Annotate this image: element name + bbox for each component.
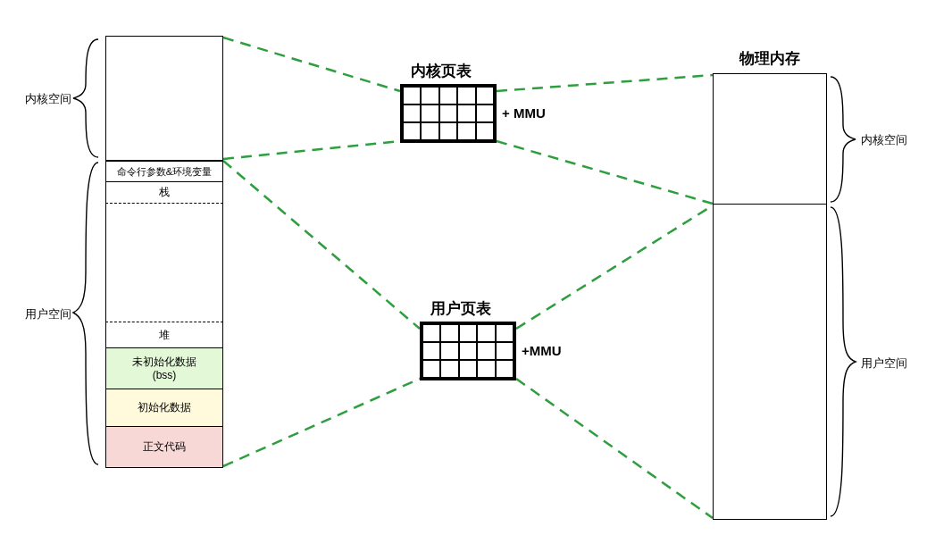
line-pt-to-phys-kernel-bot xyxy=(497,141,713,204)
label-mmu2: +MMU xyxy=(522,343,562,358)
vm-kernel-box xyxy=(105,36,223,161)
seg-data: 初始化数据 xyxy=(105,389,223,427)
brace-right-kernel xyxy=(831,77,856,202)
label-right-user: 用户空间 xyxy=(861,355,907,372)
line-user-bot-to-pt xyxy=(223,379,420,466)
seg-argv-env: 命令行参数&环境变量 xyxy=(105,161,223,182)
seg-gap xyxy=(105,204,223,322)
phys-box xyxy=(713,73,827,520)
seg-stack: 栈 xyxy=(105,182,223,204)
label-left-user: 用户空间 xyxy=(25,306,71,322)
line-pt-to-phys-user-bot xyxy=(516,379,713,518)
label-left-kernel: 内核空间 xyxy=(25,91,71,107)
seg-bss: 未初始化数据 (bss) xyxy=(105,348,223,389)
label-right-kernel: 内核空间 xyxy=(861,132,907,148)
line-kernel-bot-to-pt xyxy=(223,141,400,159)
brace-left-kernel xyxy=(73,39,98,157)
label-kernel-pt: 内核页表 xyxy=(411,61,472,81)
line-kernel-top-to-pt xyxy=(223,38,400,91)
brace-left-user xyxy=(73,163,98,464)
line-pt-to-phys-kernel-top xyxy=(497,75,713,91)
line-user-top-to-pt xyxy=(223,161,420,329)
label-phys-title: 物理内存 xyxy=(739,48,800,69)
seg-text: 正文代码 xyxy=(105,427,223,468)
brace-right-user xyxy=(831,207,856,516)
label-user-pt: 用户页表 xyxy=(430,298,491,319)
grid-user-pt xyxy=(420,322,516,380)
line-pt-to-phys-user-top xyxy=(516,205,713,329)
seg-heap: 堆 xyxy=(105,322,223,348)
grid-kernel-pt xyxy=(400,84,497,143)
label-mmu1: + MMU xyxy=(502,105,546,121)
phys-divider xyxy=(713,204,827,205)
